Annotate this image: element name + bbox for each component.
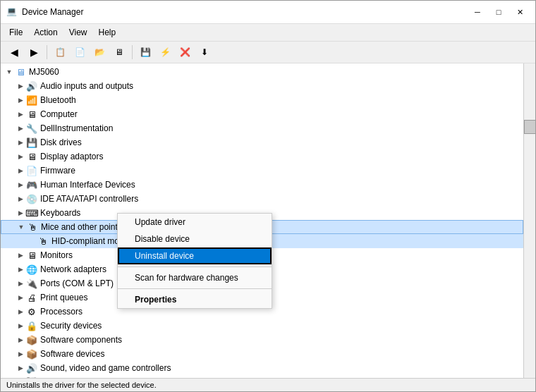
device-manager-window: 💻 Device Manager ─ □ ✕ File Action View … <box>0 0 536 392</box>
keyboards-icon: ⌨ <box>26 207 37 219</box>
status-bar: Uninstalls the driver for the selected d… <box>1 378 535 391</box>
root-expand-arrow: ▼ <box>4 66 15 78</box>
bluetooth-expand: ▶ <box>15 94 26 106</box>
scrollbar-thumb[interactable] <box>524 120 535 134</box>
tree-item-dell[interactable]: ▶ 🔧 DellInstrumentation <box>1 121 523 135</box>
firmware-expand: ▶ <box>15 165 26 176</box>
context-menu-uninstall[interactable]: Uninstall device <box>118 247 272 264</box>
hid-expand: ▶ <box>15 179 26 190</box>
storage-expand: ▶ <box>15 376 26 378</box>
sound-expand: ▶ <box>15 362 26 374</box>
device-manager-view-button[interactable]: 📋 <box>51 44 69 61</box>
menu-action[interactable]: Action <box>28 25 63 39</box>
back-button[interactable]: ◀ <box>5 44 23 61</box>
title-controls: ─ □ ✕ <box>468 5 530 19</box>
computer-label: Computer <box>40 109 78 119</box>
menu-view[interactable]: View <box>63 25 93 39</box>
main-content: ▼ 🖥 MJ5060 ▶ 🔊 Audio inputs and outputs … <box>1 63 535 378</box>
sound-icon: 🔊 <box>26 362 37 374</box>
print-icon: 🖨 <box>26 292 37 303</box>
tree-item-firmware[interactable]: ▶ 📄 Firmware <box>1 164 523 178</box>
security-icon: 🔒 <box>26 320 37 331</box>
computer-expand: ▶ <box>15 109 26 120</box>
audio-icon: 🔊 <box>26 80 37 92</box>
tree-item-storage[interactable]: ▶ 💾 Storage controllers <box>1 375 523 378</box>
network-icon: 🌐 <box>26 264 37 275</box>
firmware-icon: 📄 <box>26 165 37 176</box>
update-driver-button[interactable]: 🖥 <box>110 44 128 61</box>
network-label: Network adapters <box>40 264 106 274</box>
processors-expand: ▶ <box>15 306 26 317</box>
dell-icon: 🔧 <box>26 123 37 134</box>
resources-button[interactable]: 📄 <box>71 44 89 61</box>
uninstall-toolbar-button[interactable]: ❌ <box>176 44 194 61</box>
context-menu-sep2 <box>118 288 272 289</box>
disable-button[interactable]: ⚡ <box>156 44 174 61</box>
maximize-button[interactable]: □ <box>489 5 508 19</box>
tree-item-disk[interactable]: ▶ 💾 Disk drives <box>1 135 523 149</box>
menu-help[interactable]: Help <box>93 25 122 39</box>
tree-item-display[interactable]: ▶ 🖥 Display adaptors <box>1 149 523 164</box>
storage-icon: 💾 <box>26 376 37 378</box>
context-menu-scan[interactable]: Scan for hardware changes <box>118 269 272 286</box>
context-menu-disable[interactable]: Disable device <box>118 231 272 247</box>
tree-item-bluetooth[interactable]: ▶ 📶 Bluetooth <box>1 93 523 107</box>
close-button[interactable]: ✕ <box>510 5 530 19</box>
tree-item-sound[interactable]: ▶ 🔊 Sound, video and game controllers <box>1 361 523 375</box>
window-title: Device Manager <box>22 7 83 17</box>
dell-label: DellInstrumentation <box>40 123 113 133</box>
scan-hardware-button[interactable]: ⬇ <box>195 44 214 61</box>
context-menu-update[interactable]: Update driver <box>118 214 272 231</box>
status-text: Uninstalls the driver for the selected d… <box>6 381 157 389</box>
softwarecomp-label: Software components <box>40 335 122 345</box>
ports-expand: ▶ <box>15 278 26 289</box>
display-expand: ▶ <box>15 151 26 162</box>
monitors-label: Monitors <box>40 250 73 260</box>
ide-expand: ▶ <box>15 193 26 204</box>
scrollbar[interactable] <box>523 63 535 378</box>
menu-file[interactable]: File <box>4 25 28 39</box>
tree-root[interactable]: ▼ 🖥 MJ5060 <box>1 65 523 79</box>
root-label: MJ5060 <box>29 67 59 77</box>
display-icon: 🖥 <box>26 151 37 162</box>
toolbar-sep-2 <box>132 45 133 59</box>
monitors-icon: 🖥 <box>26 250 37 261</box>
dell-expand: ▶ <box>15 123 26 134</box>
window-icon: 💻 <box>6 6 18 18</box>
security-expand: ▶ <box>15 320 26 331</box>
network-expand: ▶ <box>15 264 26 275</box>
tree-item-hid[interactable]: ▶ 🎮 Human Interface Devices <box>1 178 523 192</box>
enable-button[interactable]: 💾 <box>136 44 154 61</box>
security-label: Security devices <box>40 321 102 331</box>
tree-item-ide[interactable]: ▶ 💿 IDE ATA/ATAPI controllers <box>1 192 523 206</box>
monitors-expand: ▶ <box>15 250 26 261</box>
forward-button[interactable]: ▶ <box>25 44 43 61</box>
disk-label: Disk drives <box>40 137 82 147</box>
softwaredev-label: Software devices <box>40 349 104 359</box>
audio-label: Audio inputs and outputs <box>40 81 133 91</box>
context-menu-properties[interactable]: Properties <box>118 291 272 308</box>
minimize-button[interactable]: ─ <box>468 5 487 19</box>
properties-toolbar-button[interactable]: 📂 <box>90 44 109 61</box>
tree-item-computer[interactable]: ▶ 🖥 Computer <box>1 107 523 121</box>
processors-icon: ⚙ <box>26 306 37 317</box>
ide-icon: 💿 <box>26 193 37 204</box>
hid-label: Human Interface Devices <box>40 180 135 190</box>
disk-icon: 💾 <box>26 137 37 148</box>
mice-expand: ▼ <box>16 221 27 233</box>
ide-label: IDE ATA/ATAPI controllers <box>40 194 138 204</box>
tree-item-audio[interactable]: ▶ 🔊 Audio inputs and outputs <box>1 79 523 93</box>
bluetooth-icon: 📶 <box>26 94 37 106</box>
processors-label: Processors <box>40 307 83 317</box>
ports-label: Ports (COM & LPT) <box>40 278 114 288</box>
bluetooth-label: Bluetooth <box>40 95 76 105</box>
tree-item-softwaredev[interactable]: ▶ 📦 Software devices <box>1 347 523 361</box>
tree-item-softwarecomp[interactable]: ▶ 📦 Software components <box>1 333 523 347</box>
print-expand: ▶ <box>15 292 26 303</box>
print-label: Print queues <box>40 293 87 302</box>
storage-label: Storage controllers <box>40 377 111 378</box>
hid-compliant-icon: 🖱 <box>37 235 49 247</box>
disk-expand: ▶ <box>15 137 26 148</box>
tree-item-security[interactable]: ▶ 🔒 Security devices <box>1 319 523 333</box>
menu-bar: File Action View Help <box>1 24 535 42</box>
